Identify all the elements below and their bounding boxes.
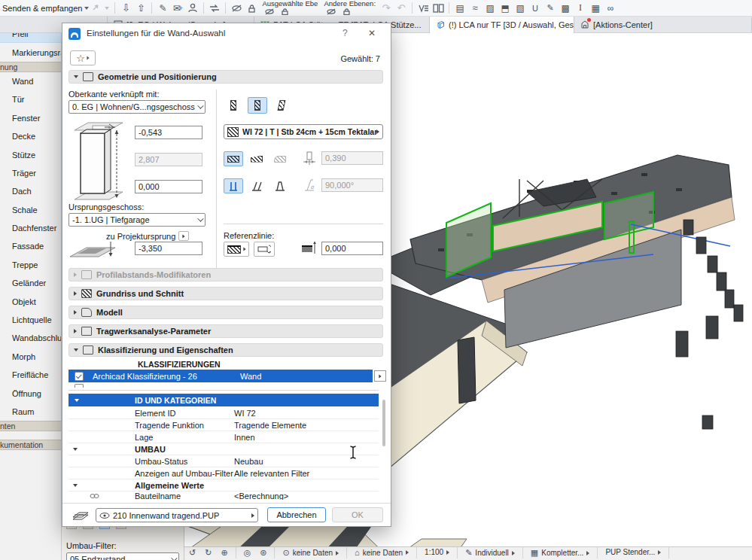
structure-display-selector[interactable]: ▦ Kompletter... xyxy=(526,547,595,558)
layers-icon[interactable]: ▤ xyxy=(452,1,467,16)
lock-other-layers-button[interactable] xyxy=(339,8,354,16)
section-geometry[interactable]: Geometrie und Positionierung xyxy=(69,70,383,84)
reference-offset-field[interactable]: 0,000 xyxy=(321,242,383,255)
fill-tool-icon[interactable]: ▨ xyxy=(483,1,498,16)
lock-selected-layers-button[interactable] xyxy=(277,8,292,16)
sidebar-item-fassade[interactable]: Fassade xyxy=(0,237,61,255)
spline-tool-icon[interactable]: U xyxy=(528,1,543,16)
wall-top-free-button[interactable] xyxy=(224,97,243,114)
ok-button[interactable]: OK xyxy=(332,507,383,522)
mesh-tool-icon[interactable]: ≈ xyxy=(467,1,483,16)
layer-select[interactable]: 210 Innenwand tragend.PUP xyxy=(96,508,258,522)
sidebar-item-freiflaeche[interactable]: Freifläche xyxy=(0,366,61,384)
tab-3d-view[interactable]: (!) LCA nur TF [3D / Auswahl, Gescho... … xyxy=(430,17,574,33)
sidebar-item-traeger[interactable]: Träger xyxy=(0,164,61,182)
sidebar-item-stuetze[interactable]: Stütze xyxy=(0,145,61,163)
collapse-icon[interactable] xyxy=(73,448,78,451)
orbit-left-icon[interactable]: ↺ xyxy=(189,548,196,558)
property-value[interactable]: Innen xyxy=(234,433,255,442)
sidebar-item-wand[interactable]: Wand xyxy=(0,72,61,90)
bottom-offset-field[interactable]: 0,000 xyxy=(135,180,202,193)
hatch-lines-icon[interactable]: ▧ xyxy=(513,1,528,16)
property-group-id[interactable]: ID UND KATEGORIEN xyxy=(69,394,379,406)
sidebar-item-oeffnung[interactable]: Öffnung xyxy=(0,384,61,402)
double-slanted-wall-button[interactable] xyxy=(270,178,290,193)
upload-changes-button[interactable]: ⇧ xyxy=(133,1,148,16)
view-settings-selector[interactable] xyxy=(672,547,681,548)
sidebar-item-markierungsrahmen[interactable]: Markierungsrahm xyxy=(0,43,61,61)
classification-checkbox[interactable] xyxy=(75,372,84,381)
split-window-button[interactable] xyxy=(431,1,446,16)
classification-picker-button[interactable] xyxy=(374,370,386,382)
trapezoid-wall-button[interactable] xyxy=(247,151,266,166)
top-offset-field[interactable]: -0,543 xyxy=(135,126,202,139)
renovation-status[interactable]: ⌂ keine Daten xyxy=(350,547,413,557)
home-storey-select[interactable]: -1. 1.UG | Tiefgarage xyxy=(69,213,206,227)
collapse-icon[interactable] xyxy=(73,484,78,487)
lock-layer-button[interactable] xyxy=(244,1,259,16)
umbau-filter-select[interactable]: 05 Endzustand xyxy=(66,552,179,560)
sidebar-item-raum[interactable]: Raum xyxy=(0,403,61,421)
sidebar-group-varianten[interactable]: nten xyxy=(0,421,61,431)
schedule-icon[interactable]: ▦ xyxy=(588,1,603,16)
composite-select[interactable]: WI 72 | T | Stb 24cm + 15cm Tektalan xyxy=(224,124,383,139)
property-group[interactable]: Allgemeine Werte xyxy=(135,481,204,490)
sidebar-item-fenster[interactable]: Fenster xyxy=(0,109,61,127)
sidebar-item-dach[interactable]: Dach xyxy=(0,182,61,200)
straight-wall-button[interactable] xyxy=(224,151,243,166)
wall-top-linked-button[interactable] xyxy=(248,97,267,114)
sidebar-item-dachfenster[interactable]: Dachfenster xyxy=(0,219,61,237)
target-icon[interactable]: ◎ xyxy=(244,548,251,558)
edit-document-icon[interactable]: ✎ xyxy=(155,1,170,16)
layers-icon[interactable] xyxy=(72,509,90,521)
brush-tool-icon[interactable]: ✎ xyxy=(543,1,558,16)
sidebar-group-dokumentation[interactable]: kumentation xyxy=(0,440,61,450)
sidebar-item-tuer[interactable]: Tür xyxy=(0,90,61,108)
property-value[interactable]: Alle relevanten Filter xyxy=(234,469,309,478)
close-icon[interactable]: ✕ xyxy=(368,28,376,38)
polygon-wall-button[interactable] xyxy=(270,151,290,166)
property-value[interactable]: Neubau xyxy=(234,457,263,466)
hide-selected-layers-button[interactable] xyxy=(262,8,277,16)
sidebar-group-planung[interactable]: nung xyxy=(0,62,61,72)
link-icon[interactable]: ∞ xyxy=(603,1,618,16)
sidebar-item-lichtquelle[interactable]: Lichtquelle xyxy=(0,311,61,329)
object-3d-icon[interactable]: ⬒ xyxy=(498,1,513,16)
help-icon[interactable]: ? xyxy=(343,28,348,38)
reference-side-button[interactable] xyxy=(224,242,249,257)
top-link-select[interactable]: 0. EG | Wohnen/G...ngsgeschoss + 1) xyxy=(69,100,206,114)
sidebar-item-treppe[interactable]: Treppe xyxy=(0,256,61,274)
reserve-button[interactable] xyxy=(89,1,111,16)
sidebar-item-morph[interactable]: Morph xyxy=(0,348,61,366)
download-changes-button[interactable]: ⇩ xyxy=(118,1,133,16)
send-receive-button[interactable]: Senden & empfangen xyxy=(0,1,89,16)
project-origin-field[interactable]: -3,350 xyxy=(135,242,202,255)
user-button[interactable] xyxy=(185,1,200,16)
scrollbar-thumb[interactable] xyxy=(382,400,385,446)
layer-settings-button[interactable] xyxy=(416,1,431,16)
scale-selector[interactable]: 1:100 xyxy=(420,547,454,556)
dialog-title-bar[interactable]: Einstellungen für die Wand-Auswahl ? ✕ xyxy=(62,23,391,44)
zoom-icon[interactable]: ⊕ xyxy=(221,548,227,558)
paint-tool-icon[interactable]: ▩ xyxy=(558,1,573,16)
cancel-button[interactable]: Abbrechen xyxy=(267,507,326,522)
teamwork-sync-button[interactable] xyxy=(207,1,222,16)
wall-top-slanted-button[interactable] xyxy=(272,97,291,114)
section-structural-analysis[interactable]: Tragwerksanalyse-Parameter xyxy=(69,324,383,338)
sidebar-item-wandabschluss[interactable]: Wandabschluss xyxy=(0,329,61,347)
tab-actions-center[interactable]: [Aktions-Center] xyxy=(574,17,752,33)
hide-other-layers-button[interactable] xyxy=(324,8,339,16)
pen-set-selector[interactable]: ✎ Individuell xyxy=(461,547,519,558)
section-classification[interactable]: Klassifizierung und Eigenschaften xyxy=(69,343,383,357)
property-value[interactable]: WI 72 xyxy=(234,409,256,418)
sidebar-item-schale[interactable]: Schale xyxy=(0,201,61,219)
to-project-origin[interactable]: zu Projektursprung xyxy=(106,231,189,241)
column-tool-icon[interactable]: I xyxy=(573,1,588,16)
layer-combination-selector[interactable]: PUP Stender... xyxy=(601,547,665,556)
slanted-wall-button[interactable] xyxy=(247,178,266,193)
sidebar-item-objekt[interactable]: Objekt xyxy=(0,292,61,310)
section-plan-and-section[interactable]: Grundriss und Schnitt xyxy=(69,287,383,300)
sidebar-item-decke[interactable]: Decke xyxy=(0,127,61,145)
section-model[interactable]: Modell xyxy=(69,306,383,319)
vertical-wall-button[interactable] xyxy=(224,178,243,193)
